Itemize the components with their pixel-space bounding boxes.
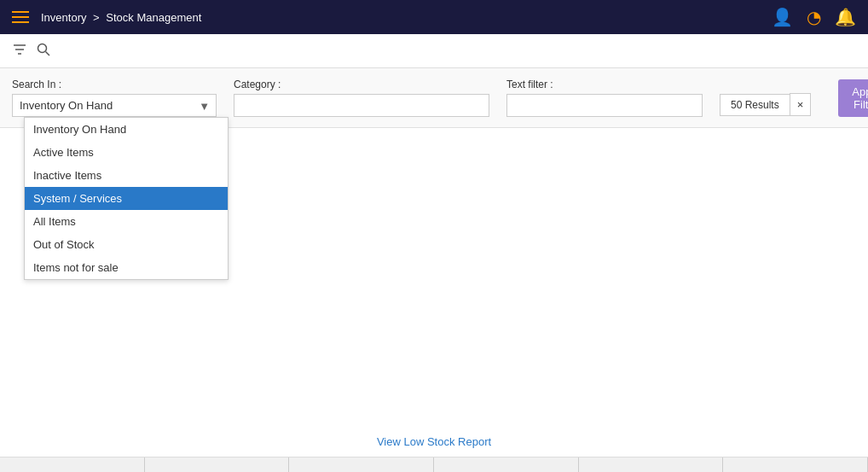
navbar-left: Inventory > Stock Management (12, 11, 201, 24)
scroll-tick-3 (289, 457, 434, 472)
category-input[interactable] (234, 94, 489, 117)
search-icon[interactable] (36, 42, 51, 61)
svg-line-4 (46, 51, 50, 55)
filter-area: Search In : Inventory On Hand ▼ Inventor… (0, 68, 868, 128)
breadcrumb: Inventory > Stock Management (41, 11, 201, 24)
results-badge: 50 Results (720, 94, 790, 116)
toolbar (0, 34, 868, 68)
dropdown-item-active-items[interactable]: Active Items (25, 141, 228, 164)
dropdown-item-all-items[interactable]: All Items (25, 210, 228, 233)
dropdown-item-items-not-for-sale[interactable]: Items not for sale (25, 256, 228, 279)
navbar-right: 👤 ◔ 🔔 (772, 7, 856, 27)
filter-icon[interactable] (12, 42, 27, 61)
search-in-group: Search In : Inventory On Hand ▼ Inventor… (12, 79, 217, 117)
breadcrumb-separator: > (93, 11, 100, 24)
category-group: Category : (234, 79, 489, 117)
scroll-tick-5 (579, 457, 724, 472)
view-low-stock-report-link[interactable]: View Low Stock Report (377, 435, 491, 448)
search-in-select[interactable]: Inventory On Hand (12, 94, 217, 117)
close-results-button[interactable]: × (790, 93, 812, 116)
dropdown-item-inactive-items[interactable]: Inactive Items (25, 164, 228, 187)
scroll-tick-2 (145, 457, 290, 472)
breadcrumb-inventory-link[interactable]: Inventory (41, 11, 86, 24)
results-close-group: 50 Results × (720, 93, 811, 116)
dropdown-item-system-services[interactable]: System / Services (25, 187, 228, 210)
search-in-label: Search In : (12, 79, 217, 90)
hamburger-menu-button[interactable] (12, 11, 29, 23)
search-in-dropdown: Inventory On Hand Active Items Inactive … (24, 117, 229, 280)
text-filter-label: Text filter : (506, 79, 703, 90)
dropdown-item-inventory-on-hand[interactable]: Inventory On Hand (25, 118, 228, 141)
category-label: Category : (234, 79, 489, 90)
scroll-tick-1 (0, 457, 145, 472)
user-icon[interactable]: 👤 (772, 7, 793, 27)
text-filter-input[interactable] (506, 94, 703, 117)
svg-point-3 (38, 44, 47, 52)
navbar: Inventory > Stock Management 👤 ◔ 🔔 (0, 0, 868, 34)
bell-icon[interactable]: 🔔 (835, 7, 856, 27)
apply-filter-button[interactable]: Apply Filter (838, 79, 868, 117)
chart-icon[interactable]: ◔ (807, 7, 821, 27)
text-filter-group: Text filter : (506, 79, 703, 117)
dropdown-item-out-of-stock[interactable]: Out of Stock (25, 233, 228, 256)
breadcrumb-current: Stock Management (106, 11, 201, 24)
scroll-tick-6 (723, 457, 868, 472)
bottom-scrollbar[interactable] (0, 457, 868, 472)
scroll-tick-4 (434, 457, 579, 472)
